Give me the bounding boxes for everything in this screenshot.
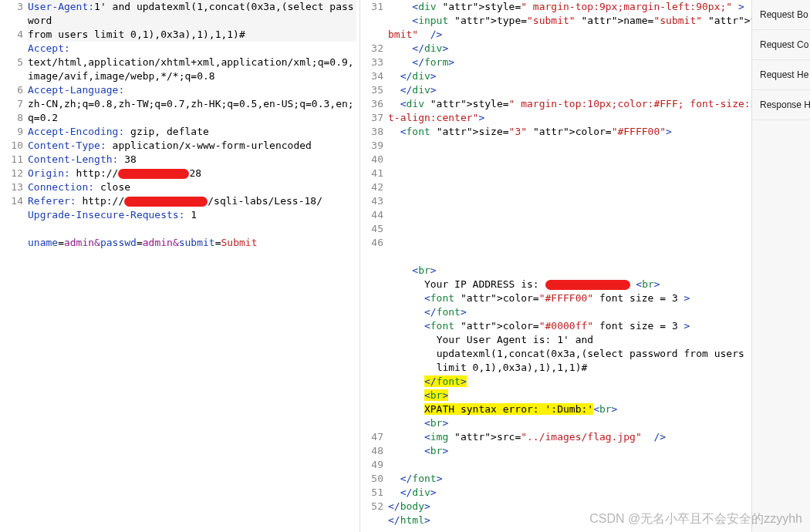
tab-request-headers[interactable]: Request He [752,60,810,90]
request-gutter: 34567891011121314 [0,0,26,532]
response-pane[interactable]: 3132333435363738394041424344454647484950… [360,0,810,532]
tab-request-cookies[interactable]: Request Co [752,30,810,60]
tool-sidebar: Request Bo Request Co Request He Respons… [751,0,810,532]
response-code[interactable]: <div "attr">style=" margin-top:9px;margi… [386,0,809,532]
request-code[interactable]: User-Agent:1' and updatexml(1,concat(0x3… [26,0,359,532]
tab-request-body[interactable]: Request Bo [752,0,810,30]
request-pane[interactable]: 34567891011121314 User-Agent:1' and upda… [0,0,360,532]
tab-response-headers[interactable]: Response H [752,90,810,120]
response-gutter: 3132333435363738394041424344454647484950… [360,0,386,532]
